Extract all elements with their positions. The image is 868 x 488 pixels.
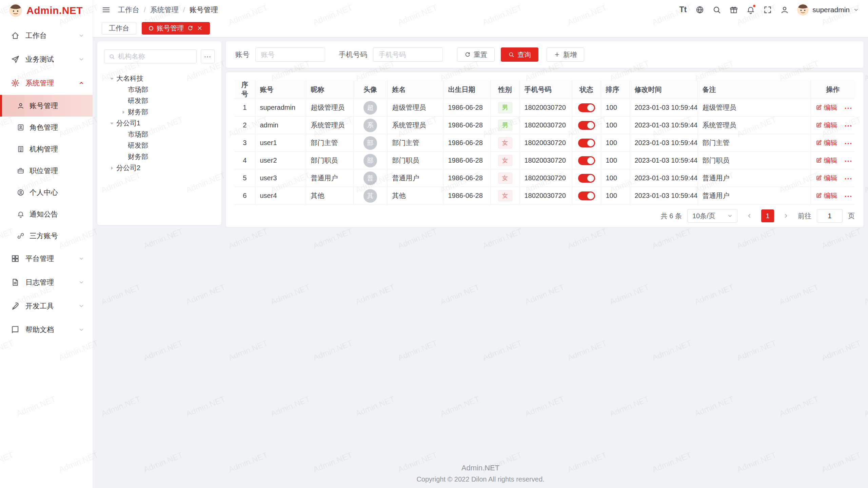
table-row[interactable]: 5 user3 普通用户 普 普通用户 1986-06-28 女 1802003… bbox=[235, 169, 855, 187]
hamburger-menu-icon[interactable] bbox=[102, 5, 111, 14]
cell-nickname: 部门职员 bbox=[306, 152, 353, 169]
col-birth: 出生日期 bbox=[443, 80, 491, 99]
font-size-button[interactable]: Tt bbox=[675, 2, 690, 17]
tree-node[interactable]: 财务部 bbox=[104, 106, 215, 118]
sidebar-item-org-management[interactable]: 机构管理 bbox=[0, 138, 93, 160]
edit-button[interactable]: 编辑 bbox=[816, 103, 837, 112]
row-more-button[interactable]: ··· bbox=[845, 104, 852, 112]
search-button[interactable]: 查询 bbox=[501, 47, 538, 62]
caret-down-icon[interactable] bbox=[107, 120, 116, 126]
reset-button[interactable]: 重置 bbox=[457, 47, 495, 62]
phone-input[interactable] bbox=[373, 47, 443, 62]
tree-node[interactable]: 研发部 bbox=[104, 140, 215, 151]
sidebar-item-dev-tools[interactable]: 开发工具 bbox=[0, 294, 93, 318]
close-icon[interactable] bbox=[197, 25, 203, 31]
tab-account-management[interactable]: 账号管理 bbox=[142, 22, 210, 35]
sidebar-item-business-test[interactable]: 业务测试 bbox=[0, 47, 93, 71]
sidebar-item-workbench[interactable]: 工作台 bbox=[0, 24, 93, 47]
edit-button[interactable]: 编辑 bbox=[816, 174, 837, 183]
tree-more-button[interactable]: ... bbox=[201, 49, 215, 63]
cell-order: 100 bbox=[601, 134, 630, 152]
edit-icon bbox=[816, 175, 822, 181]
profile-button[interactable] bbox=[777, 2, 792, 17]
book-icon bbox=[11, 325, 20, 334]
menu-label: 个人中心 bbox=[29, 188, 58, 197]
cell-modified: 2023-01-03 10:59:44 bbox=[630, 99, 697, 117]
tree-node[interactable]: 分公司2 bbox=[104, 162, 215, 174]
caret-right-icon[interactable] bbox=[107, 165, 116, 171]
col-seq: 序号 bbox=[235, 80, 255, 99]
row-more-button[interactable]: ··· bbox=[845, 192, 852, 200]
toggle-knob bbox=[587, 122, 594, 129]
breadcrumb-item[interactable]: 工作台 bbox=[118, 5, 139, 15]
tree-node[interactable]: 大名科技 bbox=[104, 73, 215, 84]
status-toggle[interactable] bbox=[578, 121, 595, 130]
cell-seq: 6 bbox=[235, 187, 255, 205]
edit-button[interactable]: 编辑 bbox=[816, 191, 837, 200]
cell-seq: 5 bbox=[235, 169, 255, 187]
table-row[interactable]: 1 superadmin 超级管理员 超 超级管理员 1986-06-28 男 … bbox=[235, 99, 855, 117]
table-row[interactable]: 2 admin 系统管理员 系 系统管理员 1986-06-28 男 18020… bbox=[235, 117, 855, 134]
sidebar-item-third-party-account[interactable]: 三方账号 bbox=[0, 225, 93, 247]
caret-right-icon[interactable] bbox=[119, 109, 128, 115]
cell-seq: 2 bbox=[235, 117, 255, 134]
caret-down-icon[interactable] bbox=[107, 76, 116, 82]
tree-node[interactable]: 市场部 bbox=[104, 84, 215, 95]
sidebar-item-role-management[interactable]: 角色管理 bbox=[0, 117, 93, 138]
account-input[interactable] bbox=[255, 47, 325, 62]
briefcase-icon bbox=[17, 167, 24, 175]
notifications-button[interactable] bbox=[743, 2, 758, 17]
page-button-1[interactable]: 1 bbox=[761, 209, 774, 222]
menu-label: 角色管理 bbox=[29, 123, 58, 132]
status-toggle[interactable] bbox=[578, 174, 595, 183]
breadcrumb-item[interactable]: 系统管理 bbox=[150, 5, 179, 15]
language-button[interactable] bbox=[692, 2, 707, 17]
status-toggle[interactable] bbox=[578, 139, 595, 147]
edit-button[interactable]: 编辑 bbox=[816, 138, 837, 147]
tree-node[interactable]: 研发部 bbox=[104, 95, 215, 106]
sidebar-item-platform-management[interactable]: 平台管理 bbox=[0, 247, 93, 270]
tab-label: 账号管理 bbox=[157, 24, 184, 33]
sidebar-item-help-docs[interactable]: 帮助文档 bbox=[0, 318, 93, 342]
row-more-button[interactable]: ··· bbox=[845, 140, 852, 147]
table-row[interactable]: 6 user4 其他 其 其他 1986-06-28 女 18020030720… bbox=[235, 187, 855, 205]
prev-page-button[interactable] bbox=[743, 209, 756, 222]
refresh-icon[interactable] bbox=[187, 25, 193, 31]
table-row[interactable]: 4 user2 部门职员 部 部门职员 1986-06-28 女 1802003… bbox=[235, 152, 855, 169]
menu-label: 账号管理 bbox=[29, 101, 58, 110]
fullscreen-button[interactable] bbox=[760, 2, 775, 17]
sidebar-item-notice[interactable]: 通知公告 bbox=[0, 203, 93, 225]
tree-node[interactable]: 财务部 bbox=[104, 151, 215, 162]
sidebar-item-account-management[interactable]: 账号管理 bbox=[0, 95, 93, 117]
row-more-button[interactable]: ··· bbox=[845, 175, 852, 182]
cell-phone: 18020030720 bbox=[519, 134, 572, 152]
goto-page-input[interactable] bbox=[817, 209, 843, 223]
row-more-button[interactable]: ··· bbox=[845, 157, 852, 165]
row-more-button[interactable]: ··· bbox=[845, 122, 852, 129]
cell-remark: 普通用户 bbox=[697, 169, 811, 187]
org-search-box[interactable] bbox=[104, 49, 197, 63]
sidebar-item-position-management[interactable]: 职位管理 bbox=[0, 160, 93, 182]
org-search-input[interactable] bbox=[118, 53, 192, 60]
cell-order: 100 bbox=[601, 152, 630, 169]
sidebar-item-personal-center[interactable]: 个人中心 bbox=[0, 182, 93, 203]
app-logo[interactable]: Admin.NET bbox=[0, 0, 93, 21]
add-button[interactable]: 新增 bbox=[547, 47, 584, 62]
account-field-group: 账号 bbox=[235, 47, 325, 62]
edit-button[interactable]: 编辑 bbox=[816, 156, 837, 165]
global-search-button[interactable] bbox=[709, 2, 724, 17]
user-menu[interactable]: superadmin bbox=[797, 4, 859, 16]
next-page-button[interactable] bbox=[780, 209, 792, 222]
tab-workbench[interactable]: 工作台 bbox=[102, 22, 136, 35]
tree-node[interactable]: 分公司1 bbox=[104, 118, 215, 129]
sidebar-item-log-management[interactable]: 日志管理 bbox=[0, 270, 93, 294]
page-size-select[interactable]: 10条/页 bbox=[687, 209, 737, 223]
edit-button[interactable]: 编辑 bbox=[816, 121, 837, 130]
sidebar-item-system-management[interactable]: 系统管理 bbox=[0, 71, 93, 95]
theme-button[interactable] bbox=[726, 2, 741, 17]
tree-node[interactable]: 市场部 bbox=[104, 129, 215, 140]
status-toggle[interactable] bbox=[578, 191, 595, 200]
table-row[interactable]: 3 user1 部门主管 部 部门主管 1986-06-28 女 1802003… bbox=[235, 134, 855, 152]
status-toggle[interactable] bbox=[578, 156, 595, 165]
status-toggle[interactable] bbox=[578, 103, 595, 112]
